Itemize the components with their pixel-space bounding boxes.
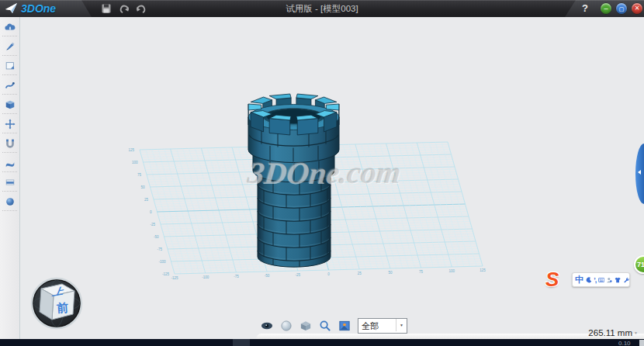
svg-text:75: 75 — [419, 270, 424, 274]
sidebar-item-render-sphere[interactable] — [0, 192, 19, 211]
castle-tower-model[interactable] — [248, 94, 339, 267]
view-cube[interactable]: 上 前 — [29, 276, 84, 330]
tool-sidebar — [0, 17, 20, 339]
ime-toolbar: 中 ’, S — [543, 267, 636, 292]
filter-dropdown[interactable]: 全部 ▼ — [358, 318, 407, 334]
spline-icon — [5, 80, 16, 91]
svg-text:-25: -25 — [150, 223, 155, 227]
svg-text:100: 100 — [449, 269, 455, 273]
svg-text:-50: -50 — [265, 274, 270, 278]
svg-text:125: 125 — [128, 148, 134, 152]
ime-punctuation[interactable]: ’, — [594, 276, 596, 284]
tshirt-icon[interactable] — [615, 276, 621, 284]
sidebar-item-move[interactable] — [0, 114, 19, 133]
sketch-plane-icon — [5, 61, 16, 71]
minimize-button[interactable]: – — [601, 3, 611, 14]
svg-text:50: 50 — [140, 185, 145, 189]
3done-window: 1251007550250-25-50-75-100-125-125-100-7… — [0, 0, 644, 346]
sphere-icon — [5, 196, 16, 207]
svg-text:0: 0 — [327, 272, 330, 276]
undo-icon[interactable] — [119, 3, 130, 14]
objects-box-icon[interactable] — [299, 320, 312, 332]
statusbar-segment — [233, 339, 250, 346]
material-icon — [5, 177, 16, 188]
visibility-eye-icon[interactable] — [261, 320, 273, 332]
measurement-readout: 265.11 mm ▼ — [588, 328, 638, 337]
svg-text:50: 50 — [388, 271, 393, 275]
svg-text:-75: -75 — [157, 247, 162, 251]
svg-text:-25: -25 — [296, 273, 301, 277]
sidebar-item-sketch-plane[interactable] — [0, 56, 19, 75]
view-cube-front-label: 前 — [56, 301, 69, 315]
keyboard-icon[interactable] — [598, 276, 604, 284]
svg-text:100: 100 — [132, 161, 138, 164]
magnet-icon — [5, 138, 16, 149]
grid-step-value: 0.10 — [618, 340, 631, 346]
display-toolbar: 全部 ▼ — [261, 318, 407, 334]
filter-value: 全部 — [358, 320, 379, 332]
redo-icon[interactable] — [136, 3, 147, 14]
moon-icon[interactable] — [586, 276, 592, 284]
sidebar-item-spline[interactable] — [0, 75, 19, 95]
svg-text:-75: -75 — [234, 275, 239, 279]
app-logo: 3DOne — [5, 1, 56, 16]
svg-text:25: 25 — [358, 272, 362, 275]
sidebar-item-sketch-draw[interactable] — [0, 36, 19, 56]
maximize-button[interactable]: ▢ — [616, 3, 627, 14]
svg-text:-125: -125 — [162, 272, 170, 276]
bottom-panel-edge — [256, 334, 644, 339]
ime-icon-strip: 中 ’, — [572, 272, 630, 287]
statusbar-corner — [639, 340, 644, 346]
svg-text:25: 25 — [144, 198, 149, 202]
brush-icon — [5, 41, 16, 52]
move-icon — [5, 119, 16, 130]
measurement-value: 265.11 mm — [588, 328, 632, 337]
svg-text:-100: -100 — [202, 275, 209, 279]
badge-count: 71 — [637, 261, 644, 268]
svg-text:-50: -50 — [154, 235, 159, 239]
cloud-model-library-icon — [5, 22, 16, 33]
sidebar-item-model-library[interactable] — [0, 17, 19, 36]
sogou-logo[interactable]: S — [545, 270, 559, 289]
primitive-cube-icon — [5, 99, 16, 110]
window-title: 试用版 - [模型003] — [0, 3, 644, 15]
sidebar-item-magnet[interactable] — [0, 133, 19, 153]
bottom-status-bar: 0.10 — [0, 339, 644, 346]
measurement-dropdown-icon[interactable]: ▼ — [634, 330, 638, 335]
help-button[interactable]: ? — [582, 2, 588, 14]
svg-text:75: 75 — [137, 173, 142, 177]
render-image-icon[interactable] — [338, 320, 351, 332]
3d-viewport[interactable]: 1251007550250-25-50-75-100-125-125-100-7… — [0, 0, 644, 346]
dropdown-arrow-icon[interactable]: ▼ — [396, 319, 407, 331]
svg-text:125: 125 — [480, 268, 486, 272]
title-bar: 3DOne 试用版 - [模型003] ? – ▢ ✕ — [0, 0, 644, 17]
zoom-search-icon[interactable] — [319, 320, 331, 332]
user-icon[interactable] — [606, 276, 612, 284]
svg-text:0: 0 — [150, 210, 152, 214]
sidebar-item-material[interactable] — [0, 172, 19, 192]
save-icon[interactable] — [101, 3, 112, 14]
paper-plane-icon — [5, 2, 19, 15]
svg-text:-125: -125 — [171, 276, 178, 280]
chevron-left-icon — [638, 170, 641, 175]
sidebar-item-surface[interactable] — [0, 153, 19, 172]
ime-mode-chinese[interactable]: 中 — [575, 274, 583, 285]
surface-icon — [5, 157, 16, 168]
shaded-sphere-icon[interactable] — [280, 320, 293, 332]
wrench-icon[interactable] — [623, 276, 629, 284]
close-button[interactable]: ✕ — [632, 3, 642, 14]
svg-text:-100: -100 — [158, 260, 166, 264]
sidebar-item-primitives[interactable] — [0, 95, 19, 114]
